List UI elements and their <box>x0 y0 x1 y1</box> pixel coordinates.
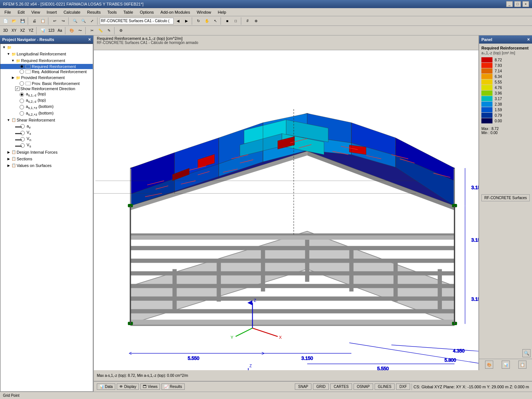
long-toggle[interactable]: ▼ <box>6 52 11 56</box>
minimize-button[interactable]: _ <box>506 1 513 7</box>
undo-button[interactable]: ↩ <box>51 17 59 25</box>
tree-show-direction[interactable]: ✓ Show Reinforcement Direction <box>0 86 93 91</box>
measure-button[interactable]: 📏 <box>96 27 105 35</box>
viewport[interactable]: Required Reinforcement a-s,1,-z (top) [c… <box>94 35 478 370</box>
menu-edit[interactable]: Edit <box>15 9 28 15</box>
vs-radio[interactable] <box>20 143 25 148</box>
tab-data[interactable]: 📊 Data <box>97 383 115 390</box>
tree-required-child[interactable]: Required Reinforcement <box>0 64 93 69</box>
menu-calculate[interactable]: Calculate <box>61 9 83 15</box>
view-yz-button[interactable]: YZ <box>27 27 35 35</box>
tab-display[interactable]: 👁 Display <box>117 383 139 390</box>
vn-radio[interactable] <box>20 137 25 141</box>
open-button[interactable]: 📂 <box>10 17 18 25</box>
nav-forward-button[interactable]: ▶ <box>183 17 191 25</box>
tree-shear[interactable]: ▼ 📋 Shear Reinforcement <box>0 117 93 123</box>
grid-button[interactable]: # <box>243 17 252 25</box>
tree-values-surfaces[interactable]: ▶ 📋 Values on Surfaces <box>0 162 93 169</box>
render-button[interactable]: ■ <box>223 17 231 25</box>
menu-results[interactable]: Results <box>84 9 104 15</box>
tab-views[interactable]: 🗖 Views <box>140 383 160 390</box>
tree-required-parent[interactable]: ▼ 📁 Required Reinforcement <box>0 57 93 64</box>
tree-sections[interactable]: ▶ 📋 Sections <box>0 156 93 162</box>
tree-prov-basic[interactable]: Prov. Basic Reinforcement <box>0 81 93 86</box>
prov-p-toggle[interactable]: ▶ <box>11 76 15 79</box>
tree-design-forces[interactable]: ▶ 📋 Design Internal Forces <box>0 149 93 156</box>
tree-req-additional[interactable]: Req. Additional Reinforcement <box>0 69 93 74</box>
menu-insert[interactable]: Insert <box>44 9 60 15</box>
tree-longitudinal[interactable]: ▼ 📁 Longitudinal Reinforcement <box>0 51 93 57</box>
wire-button[interactable]: □ <box>232 17 240 25</box>
cartes-btn[interactable]: CARTES <box>330 383 352 390</box>
navigator-close[interactable]: × <box>88 37 91 42</box>
menu-options[interactable]: Options <box>137 9 157 15</box>
view-xz-button[interactable]: XZ <box>18 27 27 35</box>
display-results-button[interactable]: 📊 <box>39 27 47 35</box>
as2-radio[interactable] <box>20 99 24 103</box>
address-bar[interactable] <box>100 18 174 24</box>
av-radio[interactable] <box>20 124 25 129</box>
copy-button[interactable]: 📋 <box>39 17 47 25</box>
as1-radio[interactable] <box>20 92 24 97</box>
grid-btn[interactable]: GRID <box>313 383 329 390</box>
menu-view[interactable]: View <box>28 9 43 15</box>
section-cut-button[interactable]: ✂ <box>88 27 96 35</box>
tree-as2z-top[interactable]: as,2,-z (top) <box>0 98 93 104</box>
tree-vc[interactable]: ▬▬ Vx <box>0 130 93 136</box>
show-d-checkbox[interactable]: ✓ <box>15 86 20 91</box>
req-p-toggle[interactable]: ▼ <box>11 59 15 62</box>
pan-button[interactable]: ✋ <box>203 17 211 25</box>
df-toggle[interactable]: ▶ <box>6 150 11 154</box>
redo-button[interactable]: ↪ <box>59 17 67 25</box>
view-3d-button[interactable]: 3D <box>1 27 10 35</box>
view-xy-button[interactable]: XY <box>10 27 18 35</box>
osnap-btn[interactable]: OSNAP <box>354 383 373 390</box>
maximize-button[interactable]: □ <box>514 1 521 7</box>
deform-button[interactable]: 〜 <box>76 27 84 35</box>
color-scale-button[interactable]: 🎨 <box>68 27 76 35</box>
tree-vn[interactable]: ▬▬ Vn <box>0 136 93 142</box>
tab-results[interactable]: 📈 Results <box>161 383 184 390</box>
scene[interactable]: 5.550 3.150 5.550 5.800 <box>94 50 478 370</box>
snap-btn[interactable]: SNAP <box>295 383 311 390</box>
req-c-radio[interactable] <box>20 64 24 69</box>
zoom-fit-button[interactable]: ⤢ <box>88 17 96 25</box>
glines-btn[interactable]: GLINES <box>375 383 395 390</box>
zoom-out-button[interactable]: 🔍 <box>79 17 88 25</box>
settings-button[interactable]: ⚙ <box>117 27 125 35</box>
close-button[interactable]: × <box>522 1 529 7</box>
tree-as1z-bot[interactable]: as,1,+z (bottom) <box>0 104 93 110</box>
prov-b-radio[interactable] <box>20 81 24 86</box>
tree-as2z-bot[interactable]: as,2,+z (bottom) <box>0 110 93 117</box>
menu-file[interactable]: File <box>1 9 14 15</box>
annotation-button[interactable]: ✎ <box>105 27 113 35</box>
rf-concrete-button[interactable]: RF-CONCRETE Surfaces <box>481 194 530 201</box>
show-labels-button[interactable]: Aa <box>56 27 64 35</box>
menu-tools[interactable]: Tools <box>104 9 120 15</box>
show-numbers-button[interactable]: 123 <box>47 27 55 35</box>
sec-toggle[interactable]: ▶ <box>6 157 11 161</box>
menu-table[interactable]: Table <box>120 9 136 15</box>
rotate-button[interactable]: ↻ <box>194 17 202 25</box>
tree-root[interactable]: ▼ 📁 <box>0 44 93 51</box>
menu-help[interactable]: Help <box>215 9 229 15</box>
tree-vs[interactable]: ▬▬ Vs <box>0 142 93 149</box>
tree-av[interactable]: ▬▬ av <box>0 123 93 130</box>
table-foot-btn[interactable]: 📋 <box>518 361 526 369</box>
nav-back-button[interactable]: ◀ <box>174 17 182 25</box>
shear-toggle[interactable]: ▼ <box>6 118 11 122</box>
dxf-btn[interactable]: DXF <box>396 383 410 390</box>
save-button[interactable]: 💾 <box>18 17 27 25</box>
root-toggle[interactable]: ▼ <box>2 45 6 49</box>
vc-radio[interactable] <box>20 131 25 135</box>
tree-as1z-top[interactable]: as,1,-z (top) <box>0 91 93 98</box>
color-scale-foot-btn[interactable]: 🎨 <box>485 361 493 369</box>
vs2-toggle[interactable]: ▶ <box>6 164 11 167</box>
new-button[interactable]: 📄 <box>1 17 10 25</box>
req-a-radio[interactable] <box>20 69 24 74</box>
zoom-in-button[interactable]: 🔍 <box>71 17 79 25</box>
chart-foot-btn[interactable]: 📊 <box>502 361 510 369</box>
panel-close-btn[interactable]: × <box>527 37 530 42</box>
print-button[interactable]: 🖨 <box>30 17 38 25</box>
menu-addon[interactable]: Add-on Modules <box>157 9 193 15</box>
